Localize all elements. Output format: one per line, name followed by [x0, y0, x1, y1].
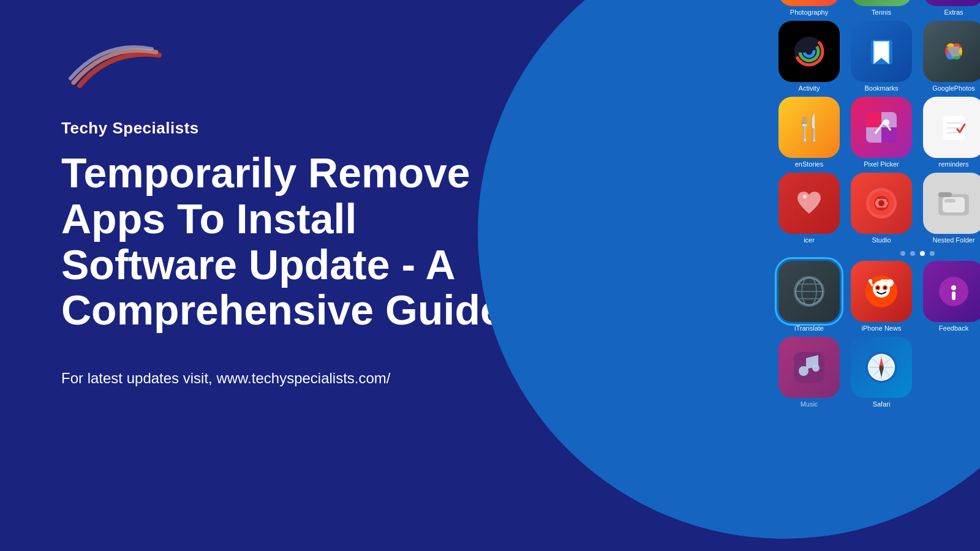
app-name-reminders: reminders	[920, 160, 980, 168]
feedback-icon	[935, 273, 972, 310]
app-stories[interactable]: 🍴	[778, 97, 840, 158]
page-dots	[775, 251, 980, 256]
app-name-itranslate: iTranslate	[775, 324, 843, 332]
app-bookmarks[interactable]	[851, 21, 912, 82]
main-container: Techy Specialists Temporarily Remove App…	[0, 0, 980, 551]
logo-area	[61, 37, 521, 100]
app-row-1: Activity Bookmarks	[775, 21, 980, 92]
app-name-studio: Studio	[848, 236, 915, 244]
app-music[interactable]	[778, 337, 840, 398]
app-name-activity: Activity	[775, 84, 843, 92]
iphonews-icon	[863, 273, 900, 310]
app-cell-activity: Activity	[775, 21, 843, 92]
app-name-pixelpicker: Pixel Picker	[848, 160, 915, 168]
app-tennis[interactable]	[851, 0, 912, 6]
svg-rect-18	[866, 112, 881, 127]
app-cell-googlephotos: GooglePhotos	[920, 21, 980, 92]
app-name-nestedfolder: Nested Folder	[920, 236, 980, 244]
app-feedback[interactable]	[923, 261, 980, 322]
app-googlephotos[interactable]	[923, 21, 980, 82]
app-cell-photography: 📷 Photography	[775, 0, 843, 16]
app-cell-feedback: Feedback	[920, 261, 980, 332]
safari-icon	[863, 349, 900, 386]
app-row-3: icer Studio	[775, 173, 980, 244]
icer-icon	[793, 187, 826, 220]
app-itranslate[interactable]	[778, 261, 840, 322]
app-row-4: iTranslate	[775, 261, 980, 332]
app-name-stories: enStories	[775, 160, 843, 168]
app-name-feedback: Feedback	[920, 324, 980, 332]
brand-logo	[61, 37, 165, 98]
app-cell-iphonews: iPhone News	[848, 261, 915, 332]
svg-point-52	[799, 366, 809, 376]
bookmarks-icon	[865, 35, 899, 69]
svg-rect-31	[938, 192, 952, 197]
app-cell-icer: icer	[775, 173, 843, 244]
app-cell-pixelpicker: Pixel Picker	[848, 97, 915, 168]
app-cell-extras: Extras	[920, 0, 980, 16]
svg-rect-33	[944, 199, 956, 203]
app-name-extras: Extras	[920, 9, 980, 16]
app-cell-bookmarks: Bookmarks	[848, 21, 915, 92]
app-activity[interactable]	[778, 21, 840, 82]
app-safari[interactable]	[851, 337, 912, 398]
app-cell-tennis: Tennis	[848, 0, 915, 16]
svg-rect-50	[952, 291, 956, 300]
svg-point-47	[869, 279, 872, 283]
app-name-photography: Photography	[775, 9, 843, 16]
app-name-bookmarks: Bookmarks	[848, 84, 915, 92]
svg-point-29	[878, 200, 884, 206]
app-cell-itranslate: iTranslate	[775, 261, 843, 332]
app-icer[interactable]	[778, 173, 840, 234]
app-nestedfolder[interactable]	[923, 173, 980, 234]
music-icon	[791, 349, 827, 386]
reminders-icon	[937, 111, 971, 144]
nestedfolder-icon	[935, 185, 972, 222]
app-studio[interactable]	[851, 173, 912, 234]
app-name-icer: icer	[775, 236, 843, 244]
app-row-0: 📷 Photography Tennis	[775, 0, 980, 16]
googlephotos-icon	[935, 33, 972, 70]
app-name-safari: Safari	[848, 400, 915, 408]
left-content: Techy Specialists Temporarily Remove App…	[61, 37, 521, 387]
main-title: Temporarily Remove Apps To Install Softw…	[61, 150, 521, 333]
studio-icon	[864, 186, 899, 221]
app-name-tennis: Tennis	[848, 9, 915, 16]
app-cell-reminders: reminders	[920, 97, 980, 168]
apps-container: 📷 Photography Tennis	[775, 0, 980, 408]
dot-2	[910, 251, 915, 256]
svg-point-44	[876, 287, 879, 289]
dot-3	[920, 251, 925, 256]
app-iphonews[interactable]	[851, 261, 912, 322]
dot-1	[900, 251, 905, 256]
activity-icon	[793, 35, 826, 69]
svg-point-45	[884, 287, 886, 289]
app-row-5: Music	[775, 337, 980, 408]
brand-name: Techy Specialists	[61, 119, 521, 138]
dot-4	[930, 251, 935, 256]
app-cell-studio: Studio	[848, 173, 915, 244]
app-pixelpicker[interactable]	[851, 97, 912, 158]
app-cell-stories: 🍴 enStories	[775, 97, 843, 168]
app-cell-nestedfolder: Nested Folder	[920, 173, 980, 244]
app-photography[interactable]: 📷	[778, 0, 840, 6]
app-name-music: Music	[775, 400, 843, 408]
app-cell-safari: Safari	[848, 337, 915, 408]
app-row-2: 🍴 enStories Pixel Picker	[775, 97, 980, 168]
svg-point-63	[880, 365, 883, 369]
app-name-googlephotos: GooglePhotos	[920, 84, 980, 92]
app-extras[interactable]	[923, 0, 980, 6]
pixelpicker-icon	[863, 109, 900, 146]
svg-point-20	[883, 119, 889, 126]
phone-circle-bg: 90% 📷 Photography	[478, 0, 980, 539]
footer-text: For latest updates visit, www.techyspeci…	[61, 370, 521, 387]
svg-point-49	[951, 285, 956, 290]
svg-point-25	[803, 195, 807, 198]
app-cell-music: Music	[775, 337, 843, 408]
app-name-iphonews: iPhone News	[848, 324, 915, 332]
itranslate-icon	[791, 273, 827, 310]
app-reminders[interactable]	[923, 97, 980, 158]
svg-point-53	[812, 364, 820, 372]
